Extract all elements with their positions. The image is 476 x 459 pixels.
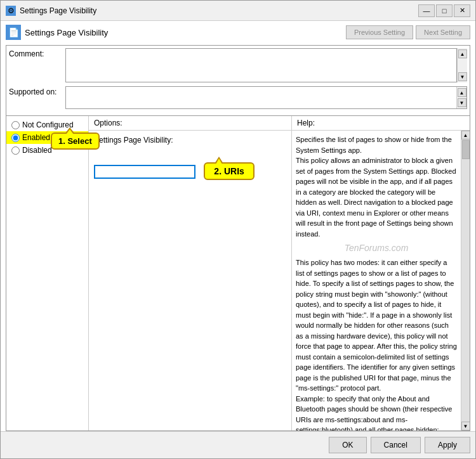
help-scrollbar-thumb[interactable] <box>462 140 470 159</box>
help-scroll-up[interactable]: ▲ <box>461 131 470 139</box>
next-setting-button[interactable]: Next Setting <box>416 25 470 39</box>
apply-button[interactable]: Apply <box>425 437 470 453</box>
help-scrollbar: ▲ ▼ <box>461 131 470 430</box>
titlebar-left: ⚙ Settings Page Visibility <box>6 6 96 16</box>
help-para-2: This policy has two modes: it can either… <box>296 257 457 394</box>
cancel-button[interactable]: Cancel <box>371 437 421 453</box>
visibility-label: Settings Page Visibility: <box>94 136 286 145</box>
content-area: 📄 Settings Page Visibility Previous Sett… <box>1 21 475 431</box>
help-scroll-wrapper: Specifies the list of pages to show or h… <box>292 131 470 430</box>
supported-label: Supported on: <box>9 86 63 96</box>
help-header: Help: <box>292 116 470 131</box>
not-configured-option[interactable]: Not Configured <box>6 119 88 131</box>
radio-panel: Not Configured Enabled 1. Select Disable… <box>6 116 89 430</box>
disabled-label: Disabled <box>22 146 52 155</box>
header-row: 📄 Settings Page Visibility Previous Sett… <box>6 25 470 40</box>
supported-row: Supported on: ▲ ▼ <box>9 86 467 109</box>
help-panel: Help: Specifies the list of pages to sho… <box>292 116 470 430</box>
visibility-input[interactable] <box>94 165 195 179</box>
comment-row: Comment: ▲ ▼ <box>9 48 467 82</box>
titlebar-controls: — □ ✕ <box>418 4 470 17</box>
titlebar: ⚙ Settings Page Visibility — □ ✕ <box>1 1 475 21</box>
supported-scroll-up[interactable]: ▲ <box>458 88 466 97</box>
watermark: TenForums.com <box>296 239 457 257</box>
policy-title: Settings Page Visibility <box>25 28 108 37</box>
enabled-option[interactable]: Enabled 1. Select <box>6 131 88 144</box>
comment-scroll-down[interactable]: ▼ <box>458 72 467 81</box>
enabled-label: Enabled <box>22 133 50 142</box>
comment-scrollbar: ▲ ▼ <box>457 48 467 82</box>
help-text-content[interactable]: Specifies the list of pages to show or h… <box>292 131 461 430</box>
header-buttons: Previous Setting Next Setting <box>346 25 470 39</box>
options-header: Options: <box>89 116 291 131</box>
restore-button[interactable]: □ <box>436 4 453 17</box>
enabled-radio[interactable] <box>11 134 20 142</box>
minimize-button[interactable]: — <box>418 4 435 17</box>
comment-textarea[interactable] <box>65 48 457 82</box>
panels-area: Not Configured Enabled 1. Select Disable… <box>6 116 470 431</box>
top-fields: Comment: ▲ ▼ Supported on: ▲ ▼ <box>6 45 470 116</box>
comment-label: Comment: <box>9 48 63 58</box>
ok-button[interactable]: OK <box>329 437 366 453</box>
options-content: Settings Page Visibility: 2. URIs <box>89 131 291 430</box>
options-panel: Options: Settings Page Visibility: 2. UR… <box>89 116 292 430</box>
supported-scrollbar: ▲ ▼ <box>456 87 466 108</box>
help-scrollbar-track <box>461 139 470 422</box>
help-para-3: Example: to specify that only the About … <box>296 394 457 431</box>
supported-value <box>66 87 456 108</box>
comment-scroll-up[interactable]: ▲ <box>458 49 467 58</box>
policy-icon: 📄 <box>6 25 21 40</box>
help-scroll-down[interactable]: ▼ <box>461 422 470 430</box>
disabled-radio[interactable] <box>11 146 20 155</box>
header-icon-title: 📄 Settings Page Visibility <box>6 25 346 40</box>
dialog-window: ⚙ Settings Page Visibility — □ ✕ 📄 Setti… <box>0 0 476 459</box>
titlebar-title: Settings Page Visibility <box>20 6 96 15</box>
close-button[interactable]: ✕ <box>454 4 470 17</box>
titlebar-icon: ⚙ <box>6 6 16 16</box>
footer: OK Cancel Apply <box>1 431 475 458</box>
not-configured-radio[interactable] <box>11 121 20 129</box>
prev-setting-button[interactable]: Previous Setting <box>346 25 413 39</box>
help-para-1: This policy allows an administrator to b… <box>296 155 457 239</box>
uris-annotation: 2. URIs <box>204 162 254 180</box>
supported-scroll-down[interactable]: ▼ <box>458 98 466 107</box>
help-para-0: Specifies the list of pages to show or h… <box>296 134 457 155</box>
select-annotation: 1. Select <box>51 133 100 150</box>
